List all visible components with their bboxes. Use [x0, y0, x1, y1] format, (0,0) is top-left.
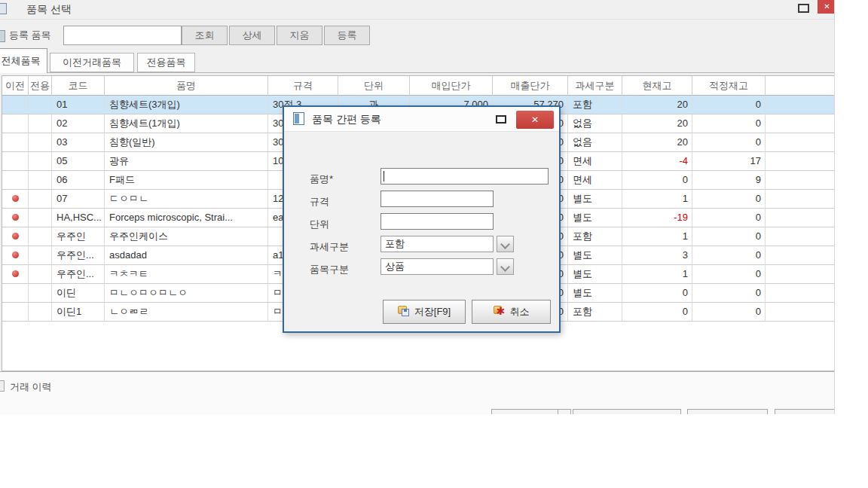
grid-cell-yong[interactable] [29, 133, 52, 152]
grid-cell-prev[interactable] [2, 246, 29, 265]
grid-cell-yong[interactable] [29, 114, 52, 133]
grid-cell-opt[interactable]: 17 [692, 152, 766, 171]
grid-cell-name[interactable]: asdadad [105, 246, 268, 265]
grid-cell-opt[interactable]: 0 [692, 265, 766, 284]
grid-cell-code[interactable]: 05 [52, 152, 105, 171]
grid-cell-stock[interactable]: 20 [622, 114, 692, 133]
grid-cell-opt[interactable]: 0 [692, 190, 766, 209]
name-field[interactable] [381, 168, 549, 185]
search-button[interactable]: 조회 [182, 26, 228, 45]
grid-cell-fill[interactable] [766, 209, 835, 227]
bottom-control-fragment[interactable] [687, 409, 768, 414]
grid-cell-prev[interactable] [2, 114, 29, 133]
grid-cell-prev[interactable] [2, 265, 29, 284]
grid-cell-name[interactable]: ㄷㅇㅁㄴ [105, 190, 268, 209]
chevron-down-icon[interactable] [497, 258, 514, 275]
grid-cell-opt[interactable]: 9 [692, 171, 766, 190]
grid-cell-tax[interactable]: 별도 [568, 190, 622, 209]
grid-cell-name[interactable]: 광유 [105, 152, 268, 171]
bottom-control-fragment[interactable] [558, 409, 571, 414]
grid-cell-name[interactable]: Forceps microscopic, Strai... [105, 209, 268, 227]
clear-button[interactable]: 지움 [277, 26, 322, 45]
grid-header-prev[interactable]: 이전 [2, 76, 29, 96]
grid-cell-name[interactable]: ㅁㄴㅇㅁㅇㅁㄴㅇ [105, 284, 268, 303]
grid-cell-tax[interactable]: 면세 [568, 171, 622, 190]
grid-cell-tax[interactable]: 없음 [568, 114, 622, 133]
grid-cell-tax[interactable]: 면세 [568, 152, 622, 171]
spec-field[interactable] [381, 191, 494, 207]
grid-cell-code[interactable]: 이딘 [52, 284, 105, 303]
bottom-control-fragment[interactable] [573, 409, 681, 414]
chevron-down-icon[interactable] [497, 236, 514, 252]
grid-cell-stock[interactable]: -4 [622, 152, 692, 171]
grid-cell-code[interactable]: 02 [52, 114, 105, 133]
grid-cell-code[interactable]: 03 [52, 133, 105, 152]
grid-cell-tax[interactable]: 포함 [568, 227, 622, 246]
grid-header-spec[interactable]: 규격 [268, 76, 338, 96]
tab-all-items[interactable]: 전체품목 [0, 48, 47, 73]
grid-cell-tax[interactable]: 별도 [568, 284, 622, 303]
grid-cell-tax[interactable]: 별도 [568, 209, 622, 227]
grid-cell-yong[interactable] [29, 209, 52, 227]
grid-cell-name[interactable]: 침향세트(3개입) [105, 96, 268, 114]
grid-header-name[interactable]: 품명 [105, 76, 268, 96]
grid-cell-yong[interactable] [29, 96, 52, 114]
dialog-close-icon[interactable]: ✕ [516, 111, 554, 129]
grid-cell-opt[interactable]: 0 [692, 96, 766, 114]
grid-cell-prev[interactable] [2, 96, 29, 114]
grid-cell-opt[interactable]: 0 [692, 209, 766, 227]
grid-cell-opt[interactable]: 0 [692, 133, 766, 152]
grid-cell-fill[interactable] [766, 246, 835, 265]
grid-cell-stock[interactable]: 20 [622, 133, 692, 152]
grid-cell-name[interactable]: 우주인케이스 [105, 227, 268, 246]
grid-cell-tax[interactable]: 별도 [568, 246, 622, 265]
grid-cell-tax[interactable]: 별도 [568, 265, 622, 284]
grid-cell-fill[interactable] [766, 152, 835, 171]
grid-cell-stock[interactable]: 0 [622, 303, 692, 322]
grid-cell-opt[interactable]: 0 [692, 303, 766, 322]
grid-cell-code[interactable]: 우주인... [52, 246, 105, 265]
save-button[interactable]: 저장[F9] [383, 300, 466, 324]
grid-cell-prev[interactable] [2, 190, 29, 209]
grid-header-unit[interactable]: 단위 [338, 76, 410, 96]
grid-cell-stock[interactable]: 0 [622, 171, 692, 190]
grid-header-yong[interactable]: 전용 [29, 76, 52, 96]
grid-cell-code[interactable]: 우주인 [52, 227, 105, 246]
grid-cell-yong[interactable] [29, 152, 52, 171]
grid-cell-fill[interactable] [766, 190, 835, 209]
grid-cell-yong[interactable] [29, 303, 52, 322]
grid-cell-name[interactable]: ㅋㅊㅋㅌ [105, 265, 268, 284]
grid-cell-opt[interactable]: 0 [692, 227, 766, 246]
item-category-select[interactable]: 상품 [381, 258, 494, 275]
grid-cell-prev[interactable] [2, 284, 29, 303]
grid-header-fill[interactable] [766, 76, 835, 96]
grid-cell-yong[interactable] [29, 265, 52, 284]
detail-button[interactable]: 상세 [229, 26, 275, 45]
grid-cell-fill[interactable] [766, 114, 835, 133]
bottom-control-fragment[interactable] [491, 409, 558, 414]
grid-cell-name[interactable]: ㄴㅇㄻㄹ [105, 303, 268, 322]
grid-cell-stock[interactable]: 20 [622, 96, 692, 114]
grid-cell-fill[interactable] [766, 303, 835, 322]
grid-cell-name[interactable]: 침향(일반) [105, 133, 268, 152]
grid-cell-prev[interactable] [2, 133, 29, 152]
grid-cell-yong[interactable] [29, 284, 52, 303]
tab-previous-items[interactable]: 이전거래품목 [50, 53, 134, 72]
grid-cell-fill[interactable] [766, 171, 835, 190]
cancel-button[interactable]: ✱취소 [472, 300, 551, 324]
grid-cell-prev[interactable] [2, 171, 29, 190]
tab-dedicated-items[interactable]: 전용품목 [137, 53, 195, 72]
grid-cell-yong[interactable] [29, 246, 52, 265]
grid-cell-prev[interactable] [2, 209, 29, 227]
maximize-icon[interactable] [798, 4, 809, 13]
tax-type-select[interactable]: 포함 [381, 236, 494, 252]
grid-cell-code[interactable]: 이딘1 [52, 303, 105, 322]
grid-cell-code[interactable]: HA,HSC... [52, 209, 105, 227]
grid-cell-stock[interactable]: 1 [622, 265, 692, 284]
grid-cell-fill[interactable] [766, 96, 835, 114]
grid-cell-stock[interactable]: 1 [622, 190, 692, 209]
grid-cell-prev[interactable] [2, 303, 29, 322]
grid-cell-tax[interactable]: 포함 [568, 303, 622, 322]
unit-field[interactable] [381, 213, 494, 230]
grid-cell-fill[interactable] [766, 227, 835, 246]
